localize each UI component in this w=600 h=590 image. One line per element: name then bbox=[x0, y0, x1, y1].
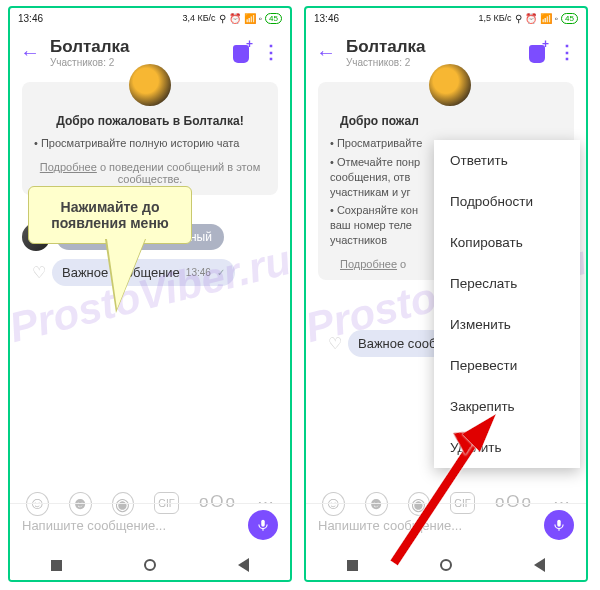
add-participant-button[interactable] bbox=[526, 41, 548, 63]
instruction-callout: Нажимайте до появления меню bbox=[28, 186, 192, 244]
menu-delete[interactable]: Удалить bbox=[434, 427, 580, 468]
svg-rect-0 bbox=[261, 520, 265, 527]
svg-rect-1 bbox=[557, 520, 561, 527]
menu-copy[interactable]: Копировать bbox=[434, 222, 580, 263]
message-row: ♡ Важное сообщение 13:46 ✓ bbox=[10, 257, 290, 288]
nav-home-icon[interactable] bbox=[440, 559, 452, 571]
message-context-menu: Ответить Подробности Копировать Переслат… bbox=[434, 140, 580, 468]
battery-icon: 45 bbox=[561, 13, 578, 24]
chat-title: Болталка bbox=[346, 37, 516, 57]
wifi-icon: ◦ bbox=[259, 13, 263, 24]
chat-title: Болталка bbox=[50, 37, 220, 57]
welcome-more-text: о bbox=[397, 258, 406, 270]
menu-pin[interactable]: Закрепить bbox=[434, 386, 580, 427]
community-avatar bbox=[129, 64, 171, 106]
screenshot-left: ProstoViber.ru 13:46 3,4 КБ/с ⚲ ⏰ 📶 ◦ 45… bbox=[8, 6, 292, 582]
welcome-title: Добро пожал bbox=[330, 114, 570, 128]
battery-icon: 45 bbox=[265, 13, 282, 24]
menu-translate[interactable]: Перевести bbox=[434, 345, 580, 386]
mic-icon bbox=[256, 518, 270, 532]
watermark: ProstoViber.ru bbox=[8, 236, 292, 352]
chat-title-block[interactable]: Болталка Участников: 2 bbox=[50, 37, 220, 68]
message-input-bar: Напишите сообщение... bbox=[306, 503, 586, 546]
message-input-bar: Напишите сообщение... bbox=[10, 503, 290, 546]
nav-back-icon[interactable] bbox=[534, 558, 545, 572]
back-icon[interactable]: ← bbox=[20, 41, 40, 64]
android-nav-bar bbox=[10, 550, 290, 580]
menu-reply[interactable]: Ответить bbox=[434, 140, 580, 181]
status-time: 13:46 bbox=[314, 13, 339, 24]
status-time: 13:46 bbox=[18, 13, 43, 24]
status-icons: 3,4 КБ/с ⚲ ⏰ 📶 ◦ 45 bbox=[182, 13, 282, 24]
like-icon[interactable]: ♡ bbox=[32, 263, 46, 282]
nav-recents-icon[interactable] bbox=[347, 560, 358, 571]
menu-details[interactable]: Подробности bbox=[434, 181, 580, 222]
welcome-title: Добро пожаловать в Болталка! bbox=[34, 114, 266, 128]
alarm-icon: ⏰ bbox=[525, 13, 537, 24]
mic-button[interactable] bbox=[248, 510, 278, 540]
chat-subtitle: Участников: 2 bbox=[50, 57, 220, 68]
community-avatar bbox=[429, 64, 471, 106]
bluetooth-icon: ⚲ bbox=[219, 13, 226, 24]
status-bar: 13:46 3,4 КБ/с ⚲ ⏰ 📶 ◦ 45 bbox=[10, 8, 290, 28]
nav-back-icon[interactable] bbox=[238, 558, 249, 572]
menu-forward[interactable]: Переслать bbox=[434, 263, 580, 304]
wifi-icon: ◦ bbox=[555, 13, 559, 24]
add-participant-button[interactable] bbox=[230, 41, 252, 63]
message-input[interactable]: Напишите сообщение... bbox=[318, 518, 536, 533]
status-bar: 13:46 1,5 КБ/с ⚲ ⏰ 📶 ◦ 45 bbox=[306, 8, 586, 28]
android-nav-bar bbox=[306, 550, 586, 580]
mic-icon bbox=[552, 518, 566, 532]
status-speed: 1,5 КБ/с bbox=[478, 13, 511, 23]
welcome-more-link[interactable]: Подробнее bbox=[40, 161, 97, 173]
welcome-more[interactable]: Подробнее о поведении сообщений в этом с… bbox=[34, 161, 266, 185]
more-options-icon[interactable]: ⋮ bbox=[262, 41, 280, 63]
welcome-more-text: о поведении сообщений в этом сообществе. bbox=[97, 161, 260, 185]
bluetooth-icon: ⚲ bbox=[515, 13, 522, 24]
mic-button[interactable] bbox=[544, 510, 574, 540]
message-time: 13:46 bbox=[186, 267, 211, 278]
chat-title-block[interactable]: Болталка Участников: 2 bbox=[346, 37, 516, 68]
message-status-icon: ✓ bbox=[217, 267, 225, 278]
more-options-icon[interactable]: ⋮ bbox=[558, 41, 576, 63]
like-icon[interactable]: ♡ bbox=[328, 334, 342, 353]
menu-edit[interactable]: Изменить bbox=[434, 304, 580, 345]
chat-subtitle: Участников: 2 bbox=[346, 57, 516, 68]
message-input[interactable]: Напишите сообщение... bbox=[22, 518, 240, 533]
welcome-more-link[interactable]: Подробнее bbox=[340, 258, 397, 270]
signal-icon: 📶 bbox=[244, 13, 256, 24]
alarm-icon: ⏰ bbox=[229, 13, 241, 24]
screenshot-right: ProstoViber.ru 13:46 1,5 КБ/с ⚲ ⏰ 📶 ◦ 45… bbox=[304, 6, 588, 582]
signal-icon: 📶 bbox=[540, 13, 552, 24]
back-icon[interactable]: ← bbox=[316, 41, 336, 64]
welcome-bullet: Просматривайте полную историю чата bbox=[34, 136, 266, 151]
status-speed: 3,4 КБ/с bbox=[182, 13, 215, 23]
status-icons: 1,5 КБ/с ⚲ ⏰ 📶 ◦ 45 bbox=[478, 13, 578, 24]
welcome-card: Добро пожаловать в Болталка! Просматрива… bbox=[22, 82, 278, 195]
nav-home-icon[interactable] bbox=[144, 559, 156, 571]
nav-recents-icon[interactable] bbox=[51, 560, 62, 571]
